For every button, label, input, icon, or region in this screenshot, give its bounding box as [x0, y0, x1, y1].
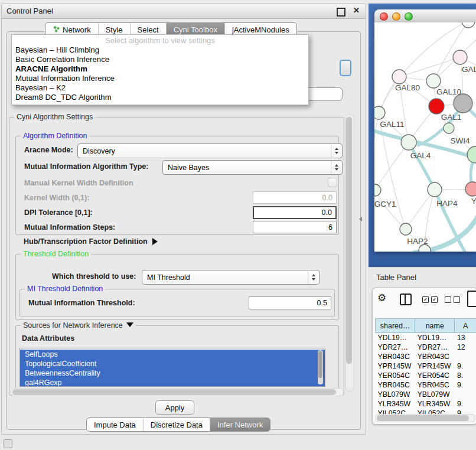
aracne-mode-select[interactable]: Discovery — [77, 144, 343, 158]
mi-type-select[interactable]: Naive Bayes — [162, 160, 343, 175]
tab-infer-network[interactable]: Infer Network — [210, 418, 270, 431]
attribute-item-betweennesscentrality[interactable]: BetweennessCentrality — [20, 369, 325, 378]
network-edge[interactable] — [399, 22, 468, 77]
network-node[interactable] — [462, 22, 475, 28]
network-window-titlebar[interactable] — [374, 9, 476, 23]
attributes-scrollbar[interactable] — [318, 350, 323, 384]
network-edge-highlighted[interactable] — [409, 142, 435, 190]
settings-vscroll-thumb[interactable] — [346, 117, 352, 364]
columns-icon[interactable] — [400, 294, 412, 305]
float-window-icon[interactable] — [337, 8, 345, 17]
table-cell[interactable]: YBR043C — [376, 352, 415, 361]
which-threshold-select[interactable]: MI Threshold — [142, 270, 319, 285]
table-row[interactable]: YBR045CYBR045C9. — [376, 380, 476, 390]
table-cell[interactable]: 9. — [455, 361, 476, 371]
table-cell[interactable] — [455, 352, 476, 361]
network-node[interactable] — [465, 182, 476, 196]
table-cell[interactable]: YDL19… — [415, 333, 455, 343]
spinner-icon[interactable] — [331, 161, 342, 174]
table-row[interactable]: YLR345WYLR345W9. — [376, 399, 476, 409]
attribute-item-selfloops[interactable]: SelfLoops — [20, 350, 325, 359]
column-header-shared[interactable]: shared… — [376, 319, 415, 333]
table-cell[interactable]: YBR043C — [415, 352, 455, 361]
close-icon[interactable]: ✕ — [353, 6, 360, 15]
table-row[interactable]: YPR145WYPR145W9. — [376, 361, 476, 371]
network-edge[interactable] — [379, 113, 406, 229]
table-cell[interactable]: 8. — [455, 371, 476, 380]
expand-arrow-icon[interactable] — [152, 238, 158, 245]
splitter-collapse-icon[interactable] — [359, 217, 362, 221]
tab-impute-data[interactable]: Impute Data — [87, 418, 143, 431]
panel-grip-icon[interactable] — [4, 439, 12, 448]
table-row[interactable]: YDL19…YDL19…13 — [376, 333, 476, 343]
network-node[interactable] — [374, 184, 381, 196]
algorithm-option-dream8-dc-tdc-algorithm[interactable]: Dream8 DC_TDC Algorithm — [12, 93, 308, 102]
network-node[interactable] — [426, 74, 441, 88]
kernel-width-field[interactable] — [253, 191, 337, 204]
mi-threshold-field[interactable] — [249, 296, 331, 309]
algorithm-option-aracne-algorithm[interactable]: ARACNE Algorithm — [12, 64, 308, 74]
table-row[interactable]: YER054CYER054C8. — [376, 371, 476, 380]
column-header-name[interactable]: name — [415, 319, 455, 333]
help-button[interactable] — [340, 60, 351, 76]
deselect-all-icon[interactable] — [445, 296, 460, 303]
document-icon[interactable] — [467, 291, 476, 307]
column-header-a[interactable]: A — [455, 319, 476, 333]
table-cell[interactable]: YLR345W — [376, 399, 415, 409]
gear-icon[interactable]: ⚙ — [377, 293, 386, 303]
network-node[interactable] — [400, 223, 412, 235]
algorithm-option-basic-correlation-inference[interactable]: Basic Correlation Inference — [12, 55, 308, 64]
attributes-scrollbar-thumb[interactable] — [318, 351, 322, 378]
network-node[interactable] — [428, 182, 442, 197]
table-horizontal-scrollbar[interactable] — [375, 414, 475, 422]
algorithm-option-bayesian-hill-climbing[interactable]: Bayesian – Hill Climbing — [12, 45, 308, 55]
table-row[interactable]: YBR043CYBR043C — [376, 352, 476, 361]
table-row[interactable]: YDR27…YDR27…12 — [376, 343, 476, 352]
table-row[interactable]: YBL079WYBL079W — [376, 390, 476, 399]
network-node[interactable] — [467, 146, 476, 163]
collapse-arrow-icon[interactable] — [126, 322, 133, 327]
hub-definition-toggle[interactable]: Hub/Transcription Factor Definition — [24, 237, 158, 246]
table-cell[interactable]: YPR145W — [415, 361, 455, 371]
close-traffic-light-icon[interactable] — [380, 12, 388, 21]
network-edge[interactable] — [375, 190, 406, 229]
select-all-icon[interactable]: ✓✓ — [422, 296, 438, 303]
settings-horizontal-scrollbar[interactable] — [11, 388, 344, 396]
network-node[interactable] — [401, 135, 416, 150]
network-node[interactable] — [444, 123, 454, 133]
network-node[interactable] — [453, 50, 467, 64]
table-cell[interactable]: YER054C — [376, 371, 415, 380]
zoom-traffic-light-icon[interactable] — [405, 12, 413, 21]
attribute-item-topologicalcoefficient[interactable]: TopologicalCoefficient — [20, 359, 325, 369]
table-cell[interactable]: YDL19… — [376, 333, 415, 343]
table-cell[interactable]: YBR045C — [376, 380, 415, 390]
table-cell[interactable]: YBR045C — [415, 380, 455, 390]
tab-discretize-data[interactable]: Discretize Data — [143, 418, 210, 431]
algorithm-option-mutual-information-inference[interactable]: Mutual Information Inference — [12, 74, 308, 83]
network-node[interactable] — [454, 94, 472, 113]
table-cell[interactable]: YDR27… — [415, 343, 455, 352]
table-cell[interactable]: 13 — [455, 333, 476, 343]
spinner-icon[interactable] — [308, 270, 319, 284]
sources-group-title[interactable]: Sources for Network Inference — [21, 321, 136, 330]
table-cell[interactable]: YER054C — [415, 371, 455, 380]
dpi-tolerance-field[interactable] — [253, 206, 337, 219]
table-cell[interactable]: YLR345W — [415, 399, 455, 409]
network-node[interactable] — [392, 70, 406, 84]
table-cell[interactable]: YDR27… — [376, 343, 415, 352]
algorithm-option-bayesian-k2[interactable]: Bayesian – K2 — [12, 83, 308, 93]
network-selector-fragment[interactable] — [308, 87, 343, 101]
settings-vertical-scrollbar[interactable] — [345, 114, 354, 392]
table-cell[interactable]: YBL079W — [415, 390, 455, 399]
network-node[interactable] — [374, 106, 385, 119]
spinner-icon[interactable] — [331, 144, 342, 158]
settings-hscroll-thumb[interactable] — [12, 389, 336, 395]
table-cell[interactable]: YPR145W — [376, 361, 415, 371]
table-cell[interactable]: 9. — [455, 399, 476, 409]
table-cell[interactable]: YBL079W — [376, 390, 415, 399]
minimize-traffic-light-icon[interactable] — [392, 12, 400, 21]
network-canvas[interactable]: GALGAL80GAL10GAL1GAL11SWI4GAL4GCY1HAP4YH… — [374, 22, 476, 252]
manual-kernel-checkbox[interactable] — [328, 178, 337, 187]
table-cell[interactable] — [455, 390, 476, 399]
apply-button[interactable]: Apply — [155, 400, 194, 415]
